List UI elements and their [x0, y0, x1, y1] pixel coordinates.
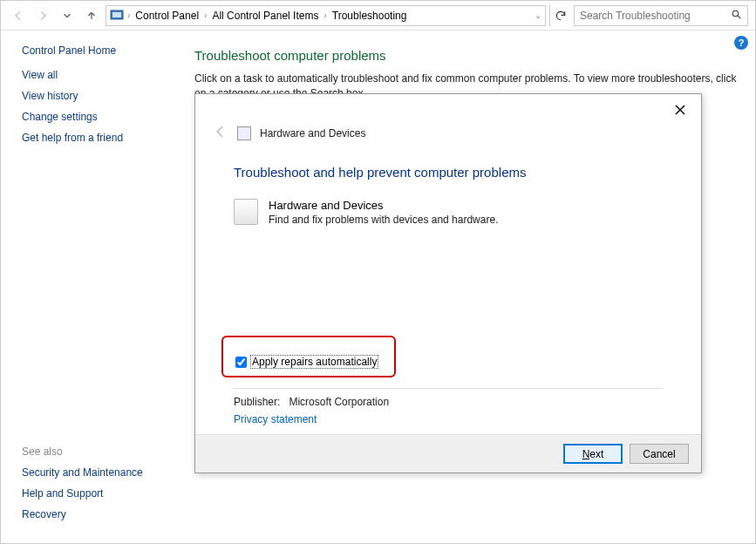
- toolbar: › Control Panel › All Control Panel Item…: [1, 1, 755, 31]
- cancel-button[interactable]: Cancel: [630, 444, 689, 464]
- troubleshooter-desc: Find and fix problems with devices and h…: [269, 214, 498, 226]
- search-box[interactable]: [574, 5, 748, 26]
- breadcrumb-all-items[interactable]: All Control Panel Items: [210, 10, 320, 22]
- sidebar-home[interactable]: Control Panel Home: [22, 44, 174, 57]
- see-also-recovery[interactable]: Recovery: [22, 508, 174, 520]
- search-input[interactable]: [580, 10, 731, 22]
- dialog-header-text: Hardware and Devices: [260, 127, 365, 139]
- svg-rect-1: [112, 12, 121, 17]
- svg-line-3: [738, 16, 740, 18]
- chevron-right-icon[interactable]: ›: [127, 10, 130, 20]
- address-bar[interactable]: › Control Panel › All Control Panel Item…: [106, 5, 546, 26]
- chevron-right-icon[interactable]: ›: [204, 10, 207, 20]
- sidebar-link-change-settings[interactable]: Change settings: [22, 111, 174, 123]
- help-icon[interactable]: ?: [734, 36, 748, 50]
- publisher-row: Publisher: Microsoft Corporation: [234, 396, 663, 408]
- dialog-back-button[interactable]: [213, 124, 228, 142]
- sidebar: Control Panel Home View all View history…: [1, 31, 184, 543]
- see-also-help[interactable]: Help and Support: [22, 487, 174, 500]
- see-also-security[interactable]: Security and Maintenance: [22, 466, 174, 479]
- privacy-link[interactable]: Privacy statement: [234, 413, 663, 425]
- see-also-heading: See also: [22, 445, 174, 458]
- dialog-header: Hardware and Devices: [195, 124, 701, 151]
- device-icon: [234, 199, 258, 225]
- sidebar-link-view-all[interactable]: View all: [22, 69, 174, 81]
- page-title: Troubleshoot computer problems: [194, 48, 738, 63]
- breadcrumb-troubleshooting[interactable]: Troubleshooting: [330, 10, 409, 22]
- divider: [234, 388, 663, 389]
- publisher-label: Publisher:: [234, 396, 280, 408]
- chevron-down-icon[interactable]: ⌄: [535, 10, 541, 20]
- back-button[interactable]: [8, 5, 29, 26]
- sidebar-link-view-history[interactable]: View history: [22, 90, 174, 102]
- refresh-button[interactable]: [549, 5, 570, 26]
- troubleshooter-dialog: Hardware and Devices Troubleshoot and he…: [194, 93, 702, 473]
- dialog-heading: Troubleshoot and help prevent computer p…: [234, 165, 663, 180]
- svg-point-2: [732, 10, 739, 17]
- publisher-value: Microsoft Corporation: [289, 396, 389, 408]
- breadcrumb-control-panel[interactable]: Control Panel: [133, 10, 201, 22]
- hardware-icon: [237, 126, 251, 140]
- highlighted-region: Apply repairs automatically: [221, 336, 396, 377]
- dialog-titlebar: [195, 94, 701, 124]
- dialog-footer: Next Cancel: [195, 434, 701, 473]
- forward-button[interactable]: [32, 5, 53, 26]
- sidebar-link-get-help[interactable]: Get help from a friend: [22, 132, 174, 144]
- apply-repairs-label[interactable]: Apply repairs automatically: [250, 355, 378, 369]
- next-button-rest: ext: [589, 448, 603, 460]
- troubleshooter-title: Hardware and Devices: [269, 199, 498, 212]
- apply-repairs-checkbox[interactable]: [235, 357, 247, 368]
- close-button[interactable]: [666, 99, 694, 120]
- control-panel-icon: [110, 9, 124, 23]
- dialog-body: Troubleshoot and help prevent computer p…: [195, 151, 701, 434]
- search-icon[interactable]: [731, 9, 742, 23]
- troubleshooter-item: Hardware and Devices Find and fix proble…: [234, 199, 663, 226]
- recent-dropdown[interactable]: [57, 5, 78, 26]
- next-button[interactable]: Next: [563, 444, 623, 464]
- up-button[interactable]: [81, 5, 102, 26]
- chevron-right-icon[interactable]: ›: [324, 10, 326, 20]
